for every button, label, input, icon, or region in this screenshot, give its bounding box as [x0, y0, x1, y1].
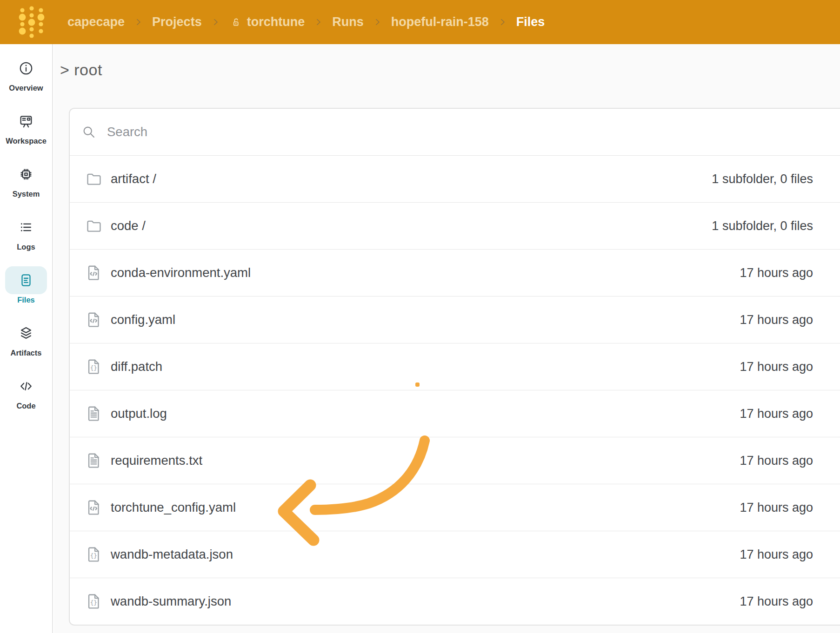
files-card: artifact /1 subfolder, 0 filescode /1 su…: [69, 108, 840, 626]
top-nav-bar: capecapeProjectstorchtuneRunshopeful-rai…: [0, 0, 840, 44]
breadcrumb-item-files[interactable]: Files: [516, 15, 545, 29]
breadcrumb-item-capecape[interactable]: capecape: [67, 15, 125, 29]
main-content: > root artifact /1 subfolder, 0 filescod…: [54, 44, 840, 633]
breadcrumb-label: Runs: [332, 15, 364, 29]
document-icon: [18, 272, 34, 288]
sidebar-icon-wrap: [5, 372, 47, 400]
file-row-output-log[interactable]: output.log17 hours ago: [70, 390, 840, 437]
breadcrumb-item-projects[interactable]: Projects: [152, 15, 202, 29]
breadcrumb: capecapeProjectstorchtuneRunshopeful-rai…: [67, 15, 545, 29]
breadcrumb-label: capecape: [67, 15, 125, 29]
sidebar-item-workspace[interactable]: Workspace: [0, 107, 52, 160]
file-row-wandb-summary-json[interactable]: {}wandb-summary.json17 hours ago: [70, 578, 840, 625]
file-list: artifact /1 subfolder, 0 filescode /1 su…: [70, 155, 840, 625]
file-row-conda-environment-yaml[interactable]: conda-environment.yaml17 hours ago: [70, 249, 840, 296]
file-code-icon: [85, 499, 103, 516]
chevron-right-icon: [133, 17, 143, 27]
file-row-config-yaml[interactable]: config.yaml17 hours ago: [70, 296, 840, 343]
sidebar-icon-wrap: [5, 107, 47, 135]
file-braces-icon: {}: [85, 358, 103, 376]
chevron-right-icon: [373, 17, 382, 27]
sidebar: OverviewWorkspaceSystemLogsFilesArtifact…: [0, 44, 53, 633]
wandb-logo-icon[interactable]: [0, 0, 63, 44]
breadcrumb-label: Projects: [152, 15, 202, 29]
breadcrumb-label: torchtune: [247, 15, 305, 29]
chevron-right-icon: [211, 17, 220, 27]
file-row-torchtune-config-yaml[interactable]: torchtune_config.yaml17 hours ago: [70, 484, 840, 531]
list-icon: [18, 219, 34, 235]
file-row-wandb-metadata-json[interactable]: {}wandb-metadata.json17 hours ago: [70, 531, 840, 578]
breadcrumb-item-torchtune[interactable]: torchtune: [229, 15, 305, 29]
sidebar-icon-wrap: [5, 160, 47, 188]
sidebar-item-logs[interactable]: Logs: [0, 213, 52, 266]
sidebar-icon-wrap: [5, 54, 47, 82]
file-text-icon: [85, 405, 103, 422]
sidebar-icon-wrap: [5, 266, 47, 294]
cpu-chip-icon: [18, 166, 34, 182]
root-path-heading: > root: [60, 61, 102, 79]
file-row-code[interactable]: code /1 subfolder, 0 files: [70, 202, 840, 249]
pen-mark-dot: [415, 382, 420, 387]
sidebar-item-artifacts[interactable]: Artifacts: [0, 319, 52, 372]
file-code-icon: [85, 311, 103, 329]
svg-text:{}: {}: [90, 599, 97, 606]
folder-icon: [85, 217, 103, 235]
search-input[interactable]: [106, 124, 813, 140]
easel-board-icon: [18, 113, 34, 129]
wandb-run-files-page: capecapeProjectstorchtuneRunshopeful-rai…: [0, 0, 840, 633]
file-row-requirements-txt[interactable]: requirements.txt17 hours ago: [70, 437, 840, 484]
file-row-diff-patch[interactable]: {}diff.patch17 hours ago: [70, 343, 840, 390]
folder-icon: [85, 170, 103, 188]
file-code-icon: [85, 264, 103, 282]
chevron-right-icon: [498, 17, 507, 27]
file-braces-icon: {}: [85, 593, 103, 610]
sidebar-icon-wrap: [5, 213, 47, 241]
sidebar-item-overview[interactable]: Overview: [0, 54, 52, 107]
sidebar-icon-wrap: [5, 319, 47, 347]
sidebar-item-system[interactable]: System: [0, 160, 52, 213]
file-search-row: [70, 109, 840, 155]
search-icon: [81, 125, 96, 139]
file-row-artifact[interactable]: artifact /1 subfolder, 0 files: [70, 155, 840, 202]
lock-open-icon: [229, 16, 242, 29]
breadcrumb-label: hopeful-rain-158: [391, 15, 489, 29]
sidebar-item-code[interactable]: Code: [0, 372, 52, 425]
chevron-right-icon: [313, 17, 323, 27]
file-braces-icon: {}: [85, 546, 103, 563]
info-circle-icon: [18, 60, 34, 76]
breadcrumb-item-runs[interactable]: Runs: [332, 15, 364, 29]
file-text-icon: [85, 452, 103, 469]
sidebar-item-files[interactable]: Files: [0, 266, 52, 319]
svg-text:{}: {}: [90, 364, 97, 371]
layers-icon: [18, 325, 34, 341]
breadcrumb-item-hopeful-rain-158[interactable]: hopeful-rain-158: [391, 15, 489, 29]
svg-text:{}: {}: [90, 552, 97, 559]
code-brackets-icon: [18, 378, 34, 394]
breadcrumb-label: Files: [516, 15, 545, 29]
